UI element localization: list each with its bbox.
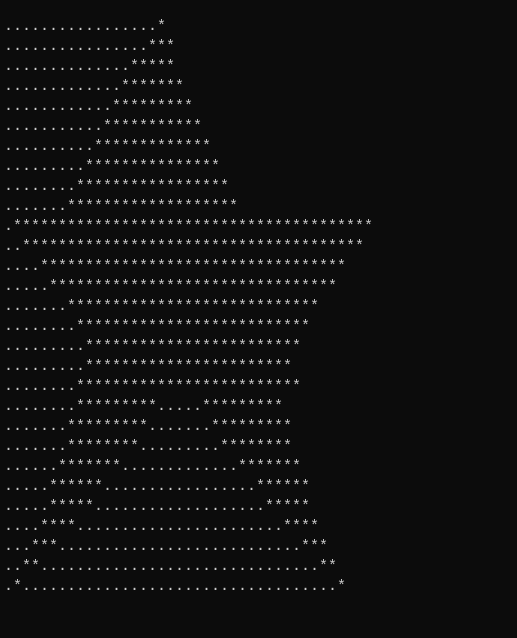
ascii-art-output: .................* ................*** .… xyxy=(0,15,517,599)
